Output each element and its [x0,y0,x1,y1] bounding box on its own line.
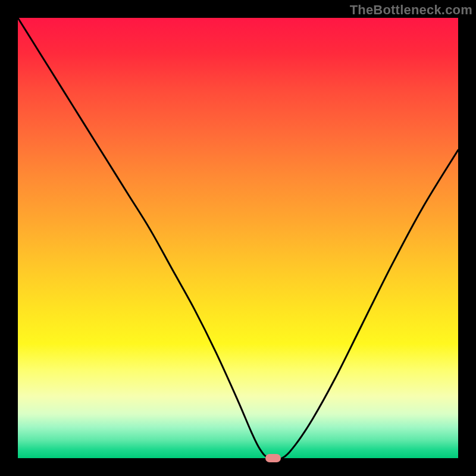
chart-frame: TheBottleneck.com [0,0,476,476]
curve-path [18,18,458,460]
optimum-marker [265,454,281,462]
bottleneck-curve [18,18,458,458]
watermark-text: TheBottleneck.com [350,2,472,18]
plot-area [18,18,458,458]
